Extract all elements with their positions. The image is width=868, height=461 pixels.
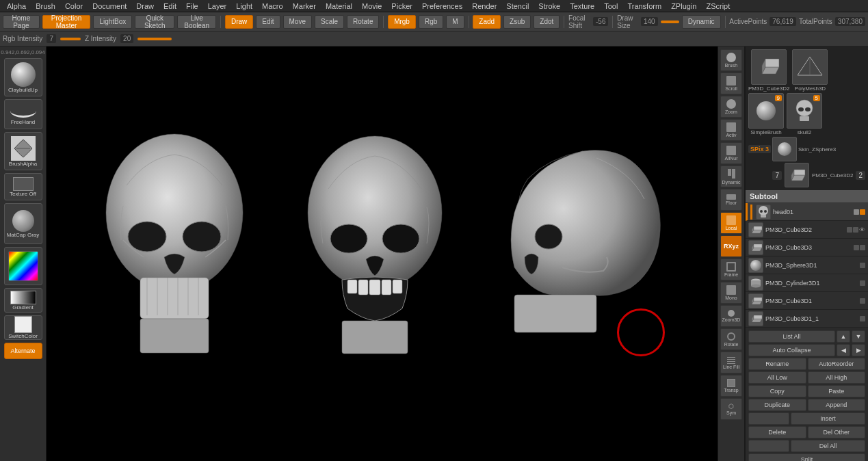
del-other-button[interactable]: Del Other — [808, 426, 866, 438]
zoom3d-button[interactable]: Zoom3D — [720, 305, 742, 327]
list-all-up-button[interactable]: ▲ — [837, 330, 850, 343]
brush-alpha-tool[interactable]: BrushAlpha — [4, 132, 42, 170]
rename-button[interactable]: Rename — [748, 358, 806, 370]
menu-texture[interactable]: Texture — [566, 1, 599, 11]
menu-tool[interactable]: Tool — [600, 1, 622, 11]
zdot-button[interactable]: Zdot — [534, 15, 560, 29]
cube3d1-1-toggle1[interactable] — [860, 316, 865, 321]
polymesh3d-thumb[interactable] — [792, 49, 828, 85]
lightbox-button[interactable]: LightBox — [93, 15, 132, 29]
head01-vis-icon[interactable] — [854, 209, 859, 215]
menu-render[interactable]: Render — [468, 1, 501, 11]
subtool-item-pm3d-cube3d1[interactable]: PM3D_Cube3D1 — [746, 292, 868, 310]
auto-reorder-button[interactable]: AutoReorder — [808, 358, 866, 370]
simplebrush-thumb[interactable]: 9 — [748, 93, 784, 129]
edit-button[interactable]: Edit — [256, 15, 280, 29]
menu-draw[interactable]: Draw — [132, 1, 158, 11]
menu-edit[interactable]: Edit — [159, 1, 181, 11]
color-picker[interactable] — [4, 247, 42, 285]
cube3d2-toggle1[interactable] — [847, 227, 852, 233]
gradient-tool[interactable]: Gradient — [4, 288, 42, 313]
matcap-tool[interactable]: MatCap Gray — [4, 203, 42, 244]
subtool-item-pm3d-cube3d2[interactable]: PM3D_Cube3D2 👁 — [746, 221, 868, 239]
switch-color-tool[interactable]: SwitchColor — [4, 315, 42, 340]
allnur-button[interactable]: AllNur — [720, 142, 742, 164]
color-swatch-icon[interactable] — [8, 251, 38, 281]
copy-button[interactable]: Copy — [748, 385, 806, 397]
subtool-item-head01[interactable]: head01 — [746, 203, 868, 221]
eye-icon1[interactable]: 👁 — [859, 226, 865, 233]
cube3d3-toggle2[interactable] — [860, 245, 865, 250]
cube3d2-toggle2[interactable] — [853, 227, 858, 233]
menu-light[interactable]: Light — [232, 1, 257, 11]
pm3d-cube3d2-thumb[interactable] — [751, 49, 787, 85]
zsub-button[interactable]: Zsub — [503, 15, 531, 29]
dynamic-button[interactable]: Dynamic — [682, 15, 721, 29]
menu-material[interactable]: Material — [321, 1, 356, 11]
menu-transform[interactable]: Transform — [623, 1, 666, 11]
list-all-button[interactable]: List All — [748, 330, 835, 343]
m-button[interactable]: M — [446, 15, 464, 29]
list-all-down-button[interactable]: ▼ — [852, 330, 865, 343]
menu-file[interactable]: File — [182, 1, 202, 11]
menu-preferences[interactable]: Preferences — [418, 1, 466, 11]
menu-stroke[interactable]: Stroke — [534, 1, 564, 11]
brush-rt-button[interactable]: Brush — [720, 49, 742, 71]
linefill-button[interactable]: Line Fill — [720, 352, 742, 373]
viewport[interactable] — [47, 47, 718, 461]
menu-movie[interactable]: Movie — [358, 1, 386, 11]
cube3d1-toggle1[interactable] — [860, 298, 865, 304]
subtool-item-pm3d-cube3d1-1[interactable]: PM3D_Cube3D1_1 — [746, 310, 868, 328]
zadd-button[interactable]: Zadd — [473, 15, 501, 29]
menu-alpha[interactable]: Alpha — [3, 1, 30, 11]
symmetry-button[interactable]: ⬡ Sym — [720, 398, 742, 420]
skull2-thumb[interactable]: 5 — [787, 93, 822, 129]
pm3d-cube-small-thumb[interactable] — [785, 163, 809, 187]
scroll-button[interactable]: Scroll — [720, 73, 742, 94]
menu-color[interactable]: Color — [61, 1, 87, 11]
mono-button[interactable]: Mono — [720, 282, 742, 304]
cube3d3-toggle1[interactable] — [854, 245, 859, 250]
collapse-left-button[interactable]: ◀ — [837, 344, 850, 356]
subtool-item-pm3d-cylinder3d1[interactable]: PM3D_Cylinder3D1 — [746, 274, 868, 292]
alternate-tool[interactable]: Alternate — [4, 343, 42, 359]
insert-button[interactable]: Insert — [791, 412, 865, 425]
move-button[interactable]: Move — [283, 15, 312, 29]
sphere3d1-toggle1[interactable] — [860, 263, 865, 268]
subtool-item-pm3d-sphere3d1[interactable]: PM3D_Sphere3D1 — [746, 256, 868, 274]
z-intensity-slider[interactable] — [137, 38, 172, 40]
delete-button[interactable]: Delete — [748, 426, 806, 438]
head01-lock-icon[interactable] — [860, 209, 865, 215]
menu-zscript[interactable]: ZScript — [702, 1, 734, 11]
all-low-button[interactable]: All Low — [748, 371, 806, 384]
split-button[interactable]: Split — [748, 453, 865, 461]
rotate-button[interactable]: Rotate — [347, 15, 379, 29]
menu-marker[interactable]: Marker — [289, 1, 320, 11]
skin-zsphere3-thumb[interactable] — [772, 137, 797, 161]
draw-button[interactable]: Draw — [225, 15, 253, 29]
transp-button[interactable]: Transp — [720, 375, 742, 397]
texture-tool[interactable]: Texture Off — [4, 173, 42, 200]
append-button[interactable]: Append — [808, 399, 866, 411]
projection-master-button[interactable]: Projection Master — [42, 15, 91, 29]
menu-picker[interactable]: Picker — [387, 1, 417, 11]
menu-stencil[interactable]: Stencil — [502, 1, 533, 11]
rgb-intensity-slider[interactable] — [60, 38, 81, 40]
live-boolean-button[interactable]: Live Boolean — [177, 15, 216, 29]
menu-zplugin[interactable]: ZPlugin — [667, 1, 700, 11]
freehand-tool[interactable]: FreeHand — [4, 99, 42, 129]
auto-collapse-button[interactable]: Auto Collapse — [748, 344, 835, 356]
rotate-rt-button[interactable]: Rotate — [720, 328, 742, 350]
draw-size-slider[interactable] — [661, 21, 679, 23]
menu-brush[interactable]: Brush — [31, 1, 60, 11]
menu-layer[interactable]: Layer — [204, 1, 231, 11]
activ-button[interactable]: Activ — [720, 119, 742, 141]
all-high-button[interactable]: All High — [808, 371, 866, 384]
frame-button[interactable]: Frame — [720, 259, 742, 280]
subtool-item-pm3d-cube3d3[interactable]: PM3D_Cube3D3 — [746, 239, 868, 256]
zoom-button[interactable]: Zoom — [720, 96, 742, 118]
scale-button[interactable]: Scale — [315, 15, 344, 29]
brush-tool[interactable]: ClaybuildUp — [4, 58, 42, 96]
paste-button[interactable]: Paste — [808, 385, 866, 397]
cylinder3d1-toggle1[interactable] — [860, 280, 865, 286]
